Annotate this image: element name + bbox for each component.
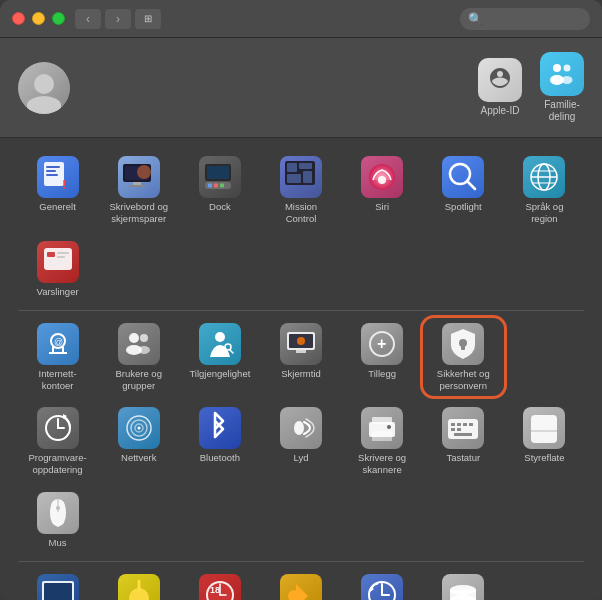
- svg-point-54: [297, 337, 305, 345]
- language-label: Språk og region: [525, 201, 563, 225]
- pref-power[interactable]: Strøm- sparing: [99, 568, 178, 600]
- timemachine-icon: [361, 574, 403, 600]
- update-icon: [37, 407, 79, 449]
- pref-timemachine[interactable]: Time Machine: [343, 568, 422, 600]
- svg-rect-12: [133, 182, 141, 185]
- pref-monitor[interactable]: Skjermer: [18, 568, 97, 600]
- mission-label: Mission Control: [285, 201, 317, 225]
- svg-point-0: [553, 64, 561, 72]
- user-section[interactable]: Apple-ID Familie-deling: [0, 38, 602, 138]
- pref-sound[interactable]: Lyd: [261, 401, 340, 482]
- pref-users[interactable]: Brukere og grupper: [99, 317, 178, 398]
- pref-trackpad[interactable]: Styreflate: [505, 401, 584, 482]
- avatar: [18, 62, 70, 114]
- pref-screen[interactable]: Skjermtid: [261, 317, 340, 398]
- main-window: ‹ › ⊞ 🔍: [0, 0, 602, 600]
- close-button[interactable]: [12, 12, 25, 25]
- pref-language[interactable]: Språk og region: [505, 150, 584, 231]
- monitor-icon: [37, 574, 79, 600]
- pref-printer[interactable]: Skrivere og skannere: [343, 401, 422, 482]
- svg-point-26: [378, 176, 386, 184]
- svg-rect-68: [372, 417, 392, 424]
- pref-extra[interactable]: +Tillegg: [343, 317, 422, 398]
- pref-generelt[interactable]: !Generelt: [18, 150, 97, 231]
- section-divider: [18, 561, 584, 562]
- content-area: !GenereltSkrivebord og skjermsparerDockM…: [0, 138, 602, 600]
- family-label: Familie-deling: [544, 99, 580, 123]
- svg-rect-34: [44, 248, 72, 270]
- users-icon: [118, 323, 160, 365]
- pref-siri[interactable]: Siri: [343, 150, 422, 231]
- icloud-icons: Apple-ID Familie-deling: [478, 52, 584, 123]
- pref-internet[interactable]: @Internett- kontoer: [18, 317, 97, 398]
- svg-point-49: [215, 332, 225, 342]
- maximize-button[interactable]: [52, 12, 65, 25]
- bluetooth-icon: [199, 407, 241, 449]
- share-icon: [280, 574, 322, 600]
- svg-text:!: !: [62, 177, 66, 192]
- trackpad-icon: [523, 407, 565, 449]
- pref-network[interactable]: Nettverk: [99, 401, 178, 482]
- apple-id-button[interactable]: Apple-ID: [478, 58, 522, 117]
- pref-access[interactable]: Tilgjengelighet: [180, 317, 259, 398]
- svg-rect-13: [129, 185, 145, 187]
- pref-notify[interactable]: Varslinger: [18, 235, 97, 304]
- keyboard-icon: [442, 407, 484, 449]
- svg-rect-36: [57, 252, 69, 254]
- svg-rect-39: [47, 264, 63, 266]
- users-label: Brukere og grupper: [115, 368, 161, 392]
- notify-icon: [37, 241, 79, 283]
- mouse-label: Mus: [49, 537, 67, 549]
- svg-rect-21: [287, 163, 297, 172]
- siri-icon: [361, 156, 403, 198]
- svg-rect-22: [299, 163, 312, 169]
- network-icon: [118, 407, 160, 449]
- grid-view-button[interactable]: ⊞: [135, 9, 161, 29]
- svg-line-28: [467, 181, 475, 189]
- spotlight-icon: [442, 156, 484, 198]
- pref-mission[interactable]: Mission Control: [261, 150, 340, 231]
- sound-icon: [280, 407, 322, 449]
- pref-security[interactable]: Sikkerhet og personvern: [424, 317, 503, 398]
- pref-dock[interactable]: Dock: [180, 150, 259, 231]
- trackpad-label: Styreflate: [524, 452, 564, 464]
- pref-update[interactable]: Programvare- oppdatering: [18, 401, 97, 482]
- titlebar: ‹ › ⊞ 🔍: [0, 0, 602, 38]
- minimize-button[interactable]: [32, 12, 45, 25]
- svg-rect-78: [454, 433, 472, 436]
- pref-skrivebord[interactable]: Skrivebord og skjermsparer: [99, 150, 178, 231]
- svg-point-82: [56, 506, 60, 510]
- user-info: [84, 87, 464, 89]
- forward-button[interactable]: ›: [105, 9, 131, 29]
- printer-icon: [361, 407, 403, 449]
- traffic-lights: [12, 12, 65, 25]
- svg-point-48: [138, 346, 150, 354]
- extra-label: Tillegg: [368, 368, 396, 380]
- nav-buttons: ‹ ›: [75, 9, 131, 29]
- svg-rect-35: [47, 252, 55, 257]
- pref-mouse[interactable]: Mus: [18, 486, 97, 555]
- search-input[interactable]: [487, 12, 587, 26]
- pref-bluetooth[interactable]: Bluetooth: [180, 401, 259, 482]
- svg-rect-59: [461, 345, 465, 350]
- svg-point-46: [140, 334, 148, 342]
- search-box[interactable]: 🔍: [460, 8, 590, 30]
- generelt-icon: !: [37, 156, 79, 198]
- svg-rect-72: [451, 423, 455, 426]
- svg-rect-37: [57, 256, 65, 258]
- pref-spotlight[interactable]: Spotlight: [424, 150, 503, 231]
- back-button[interactable]: ‹: [75, 9, 101, 29]
- family-sharing-button[interactable]: Familie-deling: [540, 52, 584, 123]
- bluetooth-label: Bluetooth: [200, 452, 240, 464]
- extra-icon: +: [361, 323, 403, 365]
- pref-keyboard[interactable]: Tastatur: [424, 401, 503, 482]
- svg-rect-73: [457, 423, 461, 426]
- apple-id-icon: [478, 58, 522, 102]
- pref-share[interactable]: Deling: [261, 568, 340, 600]
- pref-disk[interactable]: Startdisk: [424, 568, 503, 600]
- screen-icon: [280, 323, 322, 365]
- mission-icon: [280, 156, 322, 198]
- access-label: Tilgjengelighet: [189, 368, 250, 380]
- pref-clock[interactable]: 18Dato og tid: [180, 568, 259, 600]
- svg-rect-24: [303, 171, 312, 183]
